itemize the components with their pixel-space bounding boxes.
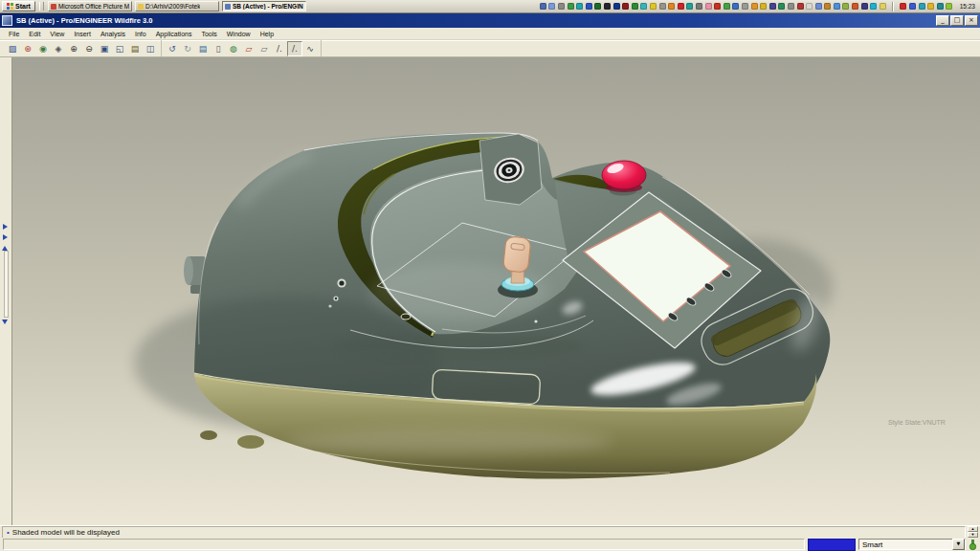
saved-views-icon[interactable]: ▤ (127, 41, 143, 56)
menu-item[interactable]: Info (130, 28, 151, 39)
tray-icon[interactable] (806, 3, 813, 10)
tray-icon[interactable] (558, 3, 565, 10)
tray-icon[interactable] (870, 3, 877, 10)
tray-icon[interactable] (760, 3, 767, 10)
tray-icon[interactable] (632, 3, 638, 10)
datum-points-icon[interactable]: /. (287, 41, 302, 56)
selection-filter-icon (969, 539, 977, 550)
layers-icon[interactable]: ▤ (195, 41, 211, 56)
tray-icon[interactable] (576, 3, 583, 10)
system-tray-icon[interactable] (919, 3, 925, 10)
view-manager-icon[interactable]: ◫ (143, 41, 158, 56)
task-button[interactable]: SB (Active) - Pro/ENGIN... (222, 1, 306, 11)
datum-planes-icon[interactable]: ▱ (241, 41, 256, 56)
message-log-spinner: ▲ ▼ (968, 526, 978, 538)
tray-icon[interactable] (769, 3, 776, 10)
tray-icon[interactable] (604, 3, 611, 10)
redo-icon[interactable]: ↻ (180, 41, 195, 56)
menu-item[interactable]: File (4, 28, 24, 39)
menu-item[interactable]: View (45, 28, 69, 39)
system-tray-icon[interactable] (900, 3, 906, 10)
tray-icon[interactable] (678, 3, 684, 10)
menu-item[interactable]: Window (222, 28, 256, 39)
foot[interactable] (200, 430, 217, 440)
tray-icon[interactable] (778, 3, 785, 10)
tray-icon[interactable] (586, 3, 592, 10)
tray-icon[interactable] (797, 3, 804, 10)
datum-axes-icon[interactable]: /. (272, 41, 287, 56)
tray-icon[interactable] (834, 3, 840, 10)
sash-open-arrow-icon[interactable] (3, 224, 11, 230)
window-title: SB (Active) - Pro/ENGINEER Wildfire 3.0 (16, 16, 152, 25)
restore-button[interactable]: □ (950, 15, 964, 26)
tray-icon[interactable] (540, 3, 546, 10)
model-3d[interactable] (134, 133, 833, 479)
model-canvas[interactable] (12, 57, 980, 525)
navigator-sash[interactable] (0, 57, 12, 525)
orient-mode-icon[interactable]: ◉ (35, 41, 51, 56)
close-button[interactable]: × (965, 15, 978, 26)
selection-filter-combo[interactable]: Smart ▼ (858, 539, 966, 550)
sash-arrow-down-icon[interactable] (2, 320, 8, 327)
taskbar: Start Microsoft Office Picture M... D:\A… (0, 0, 980, 13)
undo-icon[interactable]: ↺ (165, 41, 180, 56)
tray-icon[interactable] (659, 3, 666, 10)
tray-icon[interactable] (568, 3, 574, 10)
tray-icon[interactable] (622, 3, 629, 10)
zoom-out-icon[interactable]: ⊖ (81, 41, 97, 56)
sash-handle[interactable] (4, 251, 9, 318)
tray-icon[interactable] (705, 3, 712, 10)
datum-display-icon[interactable]: ▱ (256, 41, 272, 56)
system-tray-icon[interactable] (927, 3, 934, 10)
menu-item[interactable]: Analysis (96, 28, 130, 39)
zoom-in-icon[interactable]: ⊕ (66, 41, 81, 56)
model-info-icon[interactable]: ▯ (211, 41, 226, 56)
spin-center-icon[interactable]: ⊛ (20, 41, 35, 56)
tray-icon[interactable] (861, 3, 868, 10)
foot[interactable] (237, 435, 264, 449)
menu-item[interactable]: Help (256, 28, 278, 39)
tray-icon[interactable] (751, 3, 758, 10)
repaint-icon[interactable]: ▨ (5, 41, 20, 56)
system-tray-icon[interactable] (937, 3, 944, 10)
menu-item[interactable]: Tools (196, 28, 221, 39)
bearing-feature[interactable] (479, 134, 542, 205)
tray-icon[interactable] (714, 3, 721, 10)
tray-icon[interactable] (650, 3, 657, 10)
refit-icon[interactable]: ▣ (97, 41, 112, 56)
tray-icon[interactable] (842, 3, 849, 10)
reorient-icon[interactable]: ◱ (112, 41, 127, 56)
graphics-viewport[interactable]: Style State:VNUTR (12, 57, 980, 525)
start-button[interactable]: Start (2, 1, 35, 11)
tray-icon[interactable] (824, 3, 831, 10)
menu-item[interactable]: Insert (69, 28, 96, 39)
task-button[interactable]: Microsoft Office Picture M... (48, 1, 132, 11)
tray-icon[interactable] (852, 3, 858, 10)
tray-icon[interactable] (594, 3, 601, 10)
tray-icon[interactable] (880, 3, 886, 10)
menu-item[interactable]: Applications (151, 28, 197, 39)
tray-icon[interactable] (613, 3, 620, 10)
tray-icon[interactable] (668, 3, 675, 10)
chevron-down-icon[interactable]: ▼ (952, 539, 965, 550)
tray-icon[interactable] (742, 3, 748, 10)
web-browser-icon[interactable]: ◍ (226, 41, 241, 56)
tray-icon[interactable] (732, 3, 739, 10)
tray-icon[interactable] (724, 3, 730, 10)
tray-icon[interactable] (815, 3, 822, 10)
menu-item[interactable]: Edit (24, 28, 45, 39)
pan-icon[interactable]: ◈ (51, 41, 66, 56)
tray-icon[interactable] (640, 3, 647, 10)
sash-arrow-up-icon[interactable] (2, 243, 8, 251)
progress-indicator (808, 539, 856, 551)
sash-open-arrow-icon[interactable] (3, 234, 11, 240)
tray-icon[interactable] (788, 3, 794, 10)
tray-icon[interactable] (548, 3, 555, 10)
tray-icon[interactable] (696, 3, 702, 10)
spline-icon[interactable]: ∿ (302, 41, 318, 56)
minimize-button[interactable]: _ (936, 15, 949, 26)
tray-icon[interactable] (686, 3, 693, 10)
task-button[interactable]: D:\Arhiv\2009\Fotek (135, 1, 219, 11)
system-tray-icon[interactable] (946, 3, 952, 10)
system-tray-icon[interactable] (909, 3, 916, 10)
